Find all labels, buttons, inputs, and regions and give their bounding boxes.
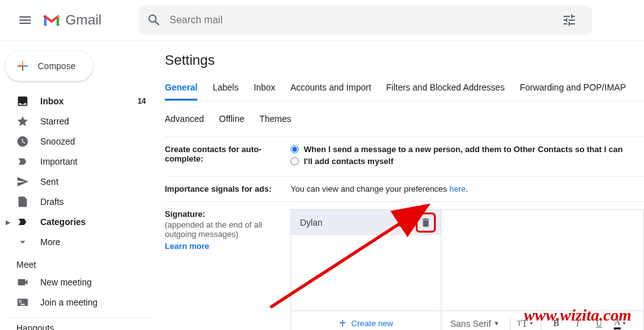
signature-learn-more[interactable]: Learn more [165, 241, 283, 251]
pencil-icon [397, 217, 409, 228]
tab-themes[interactable]: Themes [260, 109, 292, 130]
tune-icon[interactable] [562, 13, 577, 28]
sidebar-item-drafts[interactable]: Drafts [0, 192, 161, 212]
header: Gmail [0, 0, 644, 40]
search-bar[interactable] [139, 6, 592, 35]
main-content: Settings General Labels Inbox Accounts a… [161, 41, 644, 330]
sidebar-item-starred[interactable]: Starred [0, 111, 161, 131]
radio-label: I'll add contacts myself [304, 157, 394, 166]
gmail-icon [43, 13, 60, 27]
svg-rect-0 [22, 61, 23, 65]
nav-label: Starred [40, 116, 69, 126]
camera-icon [16, 276, 29, 289]
tab-inbox[interactable]: Inbox [253, 77, 275, 101]
plus-icon: + [339, 316, 347, 330]
radio-label: When I send a message to a new person, a… [304, 145, 623, 154]
nav-label: Important [40, 157, 77, 167]
sidebar-item-sent[interactable]: Sent [0, 172, 161, 192]
tab-filters[interactable]: Filters and Blocked Addresses [386, 77, 504, 101]
clock-icon [16, 135, 29, 148]
setting-label-contacts: Create contacts for auto-complete: [165, 145, 291, 168]
setting-contacts: Create contacts for auto-complete: When … [165, 137, 644, 177]
nav-label: Categories [40, 217, 86, 227]
radio-auto-contacts[interactable] [291, 145, 299, 153]
svg-rect-2 [22, 67, 23, 71]
brand-text: Gmail [65, 12, 101, 28]
setting-label-signature: Signature: (appended at the end of all o… [165, 209, 291, 330]
important-icon [16, 155, 29, 168]
keyboard-icon [16, 296, 29, 309]
drafts-icon [16, 195, 29, 208]
font-select[interactable]: Sans Serif ▼ [447, 319, 504, 329]
sidebar-item-more[interactable]: More [0, 232, 161, 252]
categories-icon [16, 216, 29, 228]
trash-icon [420, 217, 431, 228]
setting-label-importance: Importance signals for ads: [165, 184, 291, 194]
search-input[interactable] [169, 14, 562, 26]
nav-label: Join a meeting [40, 297, 97, 307]
sidebar-item-important[interactable]: Important [0, 151, 161, 172]
tab-accounts[interactable]: Accounts and Import [291, 77, 371, 101]
compose-button[interactable]: Compose [5, 51, 93, 81]
caret-icon: ▶ [0, 219, 16, 226]
signature-item[interactable]: Dylan [291, 210, 441, 235]
sidebar-item-new-meeting[interactable]: New meeting [0, 272, 161, 292]
nav-label: New meeting [40, 277, 92, 287]
compose-label: Compose [38, 61, 75, 71]
logo[interactable]: Gmail [43, 12, 101, 28]
star-icon [16, 115, 29, 128]
signature-desc: (appended at the end of all outgoing mes… [165, 220, 283, 239]
sidebar-item-categories[interactable]: ▶ Categories [0, 212, 161, 232]
hangouts-section-label: Hangouts [0, 318, 161, 330]
settings-tabs-row2: Advanced Offline Themes [165, 101, 644, 137]
sidebar-item-snoozed[interactable]: Snoozed [0, 131, 161, 151]
signature-name: Dylan [300, 217, 393, 228]
tab-general[interactable]: General [165, 77, 197, 101]
svg-rect-3 [18, 65, 22, 67]
sidebar: Compose Inbox 14 Starred Snoozed Importa… [0, 41, 161, 330]
delete-signature-button[interactable] [416, 212, 436, 233]
tab-advanced[interactable]: Advanced [165, 109, 204, 130]
tab-forwarding[interactable]: Forwarding and POP/IMAP [519, 77, 626, 101]
setting-importance: Importance signals for ads: You can view… [165, 177, 644, 202]
plus-icon [15, 58, 30, 74]
sidebar-item-inbox[interactable]: Inbox 14 [0, 91, 161, 111]
svg-rect-1 [23, 65, 28, 67]
dropdown-icon: ▼ [494, 320, 500, 327]
nav-label: Sent [40, 177, 58, 187]
edit-signature-button[interactable] [393, 212, 413, 233]
signature-list: Dylan [291, 209, 441, 311]
inbox-icon [16, 95, 29, 107]
hamburger-icon [18, 13, 33, 28]
inbox-count: 14 [138, 97, 146, 106]
settings-tabs: General Labels Inbox Accounts and Import… [165, 77, 644, 101]
sent-icon [16, 175, 29, 188]
tab-labels[interactable]: Labels [213, 77, 238, 101]
create-signature-button[interactable]: + Create new [291, 311, 441, 330]
nav-label: More [40, 237, 60, 247]
importance-text: You can view and change your preferences [291, 184, 449, 194]
page-title: Settings [165, 52, 644, 69]
tab-offline[interactable]: Offline [219, 109, 244, 130]
importance-post: . [466, 184, 469, 194]
meet-section-label: Meet [0, 252, 161, 272]
search-icon [147, 13, 162, 28]
radio-manual-contacts[interactable] [291, 157, 299, 165]
chevron-down-icon [16, 236, 29, 248]
menu-button[interactable] [10, 5, 40, 35]
nav-label: Snoozed [40, 136, 75, 146]
nav-label: Drafts [40, 197, 64, 207]
editor-body[interactable] [441, 210, 643, 311]
importance-link[interactable]: here [449, 184, 465, 194]
watermark: www.wizita.com [524, 306, 631, 325]
sidebar-item-join-meeting[interactable]: Join a meeting [0, 292, 161, 312]
nav-label: Inbox [40, 96, 64, 106]
